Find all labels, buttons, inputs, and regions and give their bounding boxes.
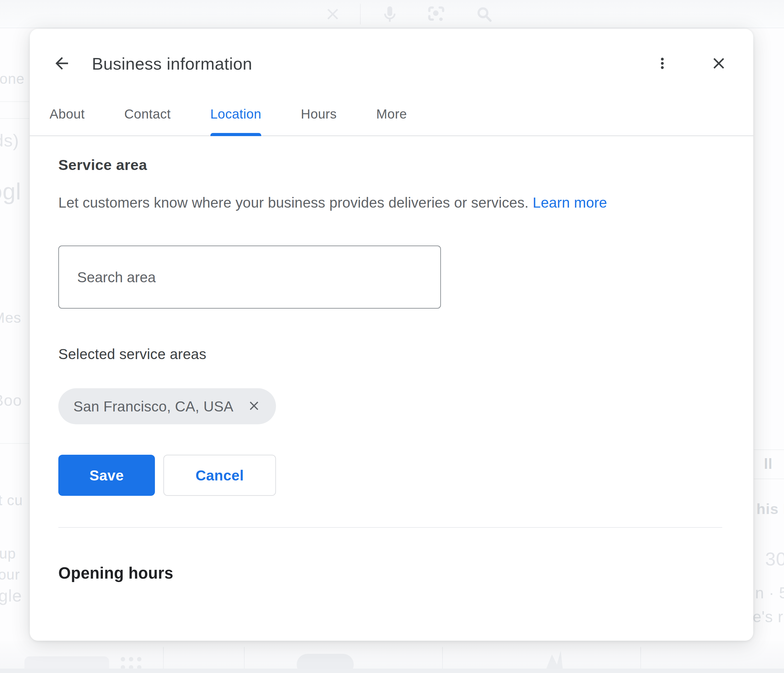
remove-chip-button[interactable] bbox=[246, 398, 262, 415]
tab-hours[interactable]: Hours bbox=[301, 107, 337, 135]
search-icon bbox=[474, 3, 494, 27]
dialog-header: Business information bbox=[30, 29, 753, 79]
save-button[interactable]: Save bbox=[58, 455, 155, 496]
bg-fragment-text: his B bbox=[756, 500, 784, 518]
tab-more[interactable]: More bbox=[376, 107, 407, 135]
background-bottom-strip bbox=[0, 641, 784, 673]
bg-fragment-text: t up bbox=[0, 545, 16, 562]
bg-fragment-text: none bbox=[0, 70, 25, 87]
service-area-description: Let customers know where your business p… bbox=[58, 194, 722, 211]
service-area-chip-label: San Francisco, CA, USA bbox=[73, 398, 233, 415]
bg-fragment-text: Boo bbox=[0, 392, 22, 410]
business-information-dialog: Business information About Contact Locat… bbox=[30, 29, 753, 641]
mic-icon bbox=[380, 3, 400, 27]
bg-fragment-text: Mes bbox=[0, 309, 21, 326]
dialog-content: Service area Let customers know where yo… bbox=[30, 156, 753, 582]
lens-icon bbox=[426, 3, 446, 27]
back-button[interactable] bbox=[50, 52, 73, 75]
bg-fragment-text: your bbox=[0, 566, 20, 583]
clear-icon bbox=[324, 3, 342, 26]
dialog-tabs: About Contact Location Hours More bbox=[30, 107, 753, 136]
remove-icon bbox=[247, 399, 261, 414]
search-area-input[interactable] bbox=[58, 246, 441, 309]
service-area-chip: San Francisco, CA, USA bbox=[58, 388, 276, 424]
tab-location[interactable]: Location bbox=[210, 107, 261, 135]
screen: none ds) ogl Mes Boo et cu t up your ogl… bbox=[0, 0, 784, 673]
bg-fragment-text: ogle bbox=[0, 586, 22, 605]
divider bbox=[754, 479, 784, 479]
divider bbox=[360, 4, 361, 25]
tab-location-label: Location bbox=[210, 107, 261, 121]
close-icon bbox=[710, 54, 728, 73]
close-button[interactable] bbox=[706, 51, 731, 76]
dialog-title: Business information bbox=[92, 54, 252, 73]
active-tab-indicator bbox=[210, 133, 261, 136]
service-area-heading: Service area bbox=[58, 156, 722, 173]
divider bbox=[754, 449, 784, 450]
back-arrow-icon bbox=[52, 54, 71, 74]
background-searchbar bbox=[0, 0, 784, 28]
learn-more-link[interactable]: Learn more bbox=[533, 194, 607, 211]
service-area-description-text: Let customers know where your business p… bbox=[58, 194, 529, 211]
bg-fragment-text: 30 bbox=[765, 548, 784, 570]
selected-service-areas-label: Selected service areas bbox=[58, 346, 722, 362]
bg-fragment-text: ds) bbox=[0, 130, 19, 151]
action-buttons: Save Cancel bbox=[58, 455, 722, 496]
opening-hours-heading: Opening hours bbox=[58, 564, 722, 582]
divider bbox=[0, 118, 29, 119]
bg-fragment-text: e's r bbox=[753, 608, 783, 626]
kebab-menu-icon bbox=[654, 55, 671, 73]
overflow-menu-button[interactable] bbox=[650, 51, 675, 76]
tab-about[interactable]: About bbox=[50, 107, 85, 135]
bg-fragment-text: ogl bbox=[0, 178, 21, 205]
divider bbox=[0, 443, 29, 444]
bg-fragment-text: et cu bbox=[0, 492, 23, 509]
section-divider bbox=[58, 527, 722, 528]
tab-contact[interactable]: Contact bbox=[124, 107, 171, 135]
bg-fragment-text: n · 5 bbox=[755, 584, 784, 602]
divider bbox=[0, 668, 784, 673]
divider bbox=[0, 101, 29, 102]
bg-fragment-text: ll bbox=[764, 455, 773, 472]
cancel-button[interactable]: Cancel bbox=[163, 455, 276, 496]
